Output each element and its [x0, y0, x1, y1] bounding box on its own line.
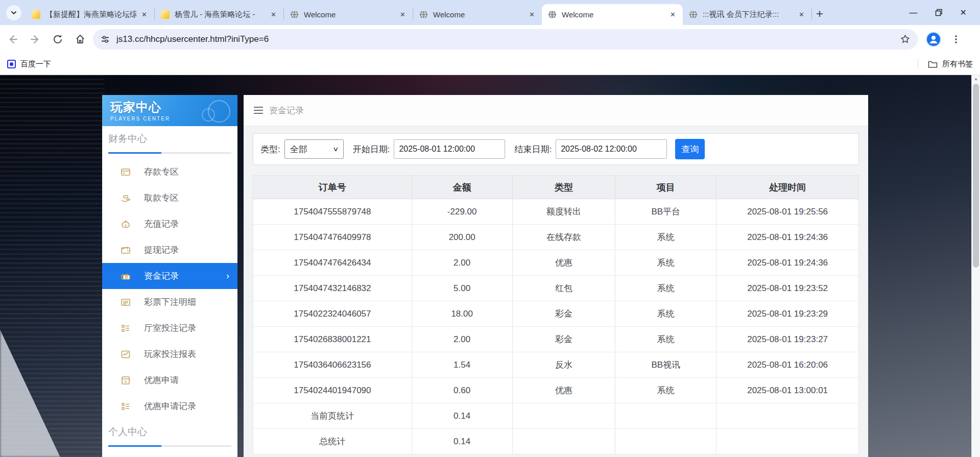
- page-scrollbar[interactable]: ▲: [971, 75, 980, 457]
- minimize-button[interactable]: —: [910, 8, 918, 17]
- sidebar-title: 玩家中心: [110, 99, 237, 115]
- all-bookmarks-button[interactable]: 所有书签: [918, 59, 973, 69]
- table-cell: [512, 429, 615, 454]
- table-cell: 1754026838001221: [253, 327, 412, 352]
- tab-close-button[interactable]: ✕: [398, 10, 408, 19]
- table-cell: 2025-08-01 19:24:36: [716, 225, 859, 250]
- table-cell: 系统: [615, 276, 716, 301]
- table-cell: 1.54: [412, 352, 512, 378]
- tab-title: Welcome: [562, 10, 665, 19]
- globe-icon: [689, 10, 698, 19]
- sidebar-item-优惠申请[interactable]: ¥优惠申请: [102, 367, 237, 393]
- url-bar[interactable]: js13.cc/hhcp/usercenter.html?iniType=6: [93, 29, 918, 50]
- panel-body: 类型: 全部 ∨ 开始日期: 结束日期: 查询 订单号金额类型项目处理时间175…: [244, 126, 868, 454]
- table-cell: 彩金: [512, 301, 615, 327]
- sidebar-item-玩家投注报表[interactable]: 玩家投注报表: [102, 341, 237, 367]
- maximize-button[interactable]: [935, 9, 943, 16]
- sidebar-item-list: 存款专区取款专区¥充值记录提现记录资金记录›彩票下注明细厅室投注记录玩家投注报表…: [102, 154, 237, 419]
- main-panel: 资金记录 类型: 全部 ∨ 开始日期: 结束日期: 查询 订单号金额类型项目处理…: [244, 95, 868, 457]
- table-cell: 200.00: [412, 225, 512, 250]
- bookmark-star-icon[interactable]: [900, 34, 911, 44]
- forward-icon[interactable]: [30, 34, 41, 45]
- sidebar-item-彩票下注明细[interactable]: 彩票下注明细: [102, 289, 237, 315]
- reload-icon[interactable]: [52, 34, 63, 45]
- tab-close-button[interactable]: ✕: [527, 10, 537, 19]
- table-cell: 1754047432146832: [253, 276, 412, 301]
- table-cell: 0.60: [412, 378, 512, 403]
- home-icon[interactable]: [75, 34, 86, 45]
- page-title: 资金记录: [269, 105, 304, 116]
- bookmark-baidu[interactable]: 百度一下: [7, 59, 51, 69]
- table-cell: 2.00: [412, 327, 512, 352]
- menu-dots-icon[interactable]: [951, 35, 961, 44]
- baidu-icon: [7, 60, 16, 68]
- start-date-input[interactable]: [394, 139, 505, 159]
- new-tab-button[interactable]: +: [816, 8, 823, 20]
- table-cell: 系统: [615, 225, 716, 250]
- tab-close-button[interactable]: ✕: [668, 10, 678, 19]
- window-controls: — ✕: [910, 0, 980, 25]
- end-date-input[interactable]: [556, 139, 667, 159]
- sidebar-item-厅室投注记录[interactable]: 厅室投注记录: [102, 315, 237, 341]
- sidebar-item-label: 存款专区: [144, 166, 179, 178]
- scrollbar-thumb[interactable]: [973, 84, 979, 268]
- page-icon: [32, 10, 40, 19]
- browser-tab[interactable]: 杨雪儿 - 海燕策略论坛 -✕: [155, 4, 283, 25]
- column-header: 项目: [615, 176, 716, 199]
- sidebar-item-提现记录[interactable]: 提现记录: [102, 237, 237, 263]
- coupon-icon: ¥: [121, 375, 131, 386]
- browser-tab[interactable]: Welcome✕: [413, 4, 542, 25]
- tab-close-button[interactable]: ✕: [269, 10, 278, 19]
- table-cell: 2025-08-01 19:23:52: [716, 276, 859, 301]
- sidebar-item-优惠申请记录[interactable]: 优惠申请记录: [102, 393, 237, 419]
- player-center-sidebar: 玩家中心 PLAYERS CENTER 财务中心存款专区取款专区¥充值记录提现记…: [102, 95, 237, 457]
- site-info-icon[interactable]: [100, 34, 110, 44]
- table-cell: 2025-08-01 19:23:29: [716, 301, 859, 327]
- scroll-up-arrow[interactable]: ▲: [972, 77, 980, 81]
- sidebar-item-资金记录[interactable]: 资金记录›: [102, 263, 237, 289]
- sidebar-item-取款专区[interactable]: 取款专区: [102, 185, 237, 211]
- browser-tab[interactable]: Welcome✕: [284, 4, 413, 25]
- table-cell: 1754022324046057: [253, 301, 412, 327]
- table-cell: 2.00: [412, 250, 512, 276]
- tab-close-button[interactable]: ✕: [797, 10, 806, 19]
- browser-tab[interactable]: 【新提醒】海燕策略论坛综✕: [26, 4, 154, 25]
- filter-bar: 类型: 全部 ∨ 开始日期: 结束日期: 查询: [253, 133, 859, 165]
- table-cell: 系统: [615, 250, 716, 276]
- column-header: 订单号: [253, 176, 412, 199]
- table-row: 17540268380012212.00彩金系统2025-08-01 19:23…: [253, 327, 859, 352]
- tab-close-button[interactable]: ✕: [139, 10, 149, 19]
- tab-search-button[interactable]: [6, 5, 21, 20]
- back-icon[interactable]: [7, 34, 18, 45]
- svg-text:¥: ¥: [125, 223, 127, 227]
- type-select[interactable]: 全部 ∨: [284, 139, 344, 159]
- svg-text:¥: ¥: [124, 379, 127, 383]
- sidebar-item-label: 彩票下注明细: [144, 296, 196, 308]
- table-cell: 1754024401947090: [253, 378, 412, 403]
- search-button[interactable]: 查询: [675, 139, 705, 159]
- sidebar-item-存款专区[interactable]: 存款专区: [102, 159, 237, 185]
- table-cell: 1754047555879748: [253, 199, 412, 225]
- type-select-value: 全部: [290, 143, 307, 155]
- sidebar-item-充值记录[interactable]: ¥充值记录: [102, 211, 237, 237]
- all-bookmarks-label: 所有书签: [942, 59, 973, 69]
- sidebar-header: 玩家中心 PLAYERS CENTER: [102, 95, 237, 126]
- table-cell: 1754036406623156: [253, 352, 412, 378]
- table-cell: 18.00: [412, 301, 512, 327]
- browser-tab-active[interactable]: Welcome✕: [542, 4, 683, 25]
- table-cell: BB平台: [615, 199, 716, 225]
- banknote-icon: [121, 271, 131, 281]
- close-button[interactable]: ✕: [960, 8, 967, 17]
- deposit-card-icon: [121, 167, 131, 177]
- list-icon: [121, 401, 131, 412]
- folder-icon: [928, 60, 938, 68]
- table-cell: 当前页统计: [253, 403, 412, 429]
- table-cell: 2025-08-01 13:00:01: [716, 378, 859, 403]
- browser-tab[interactable]: :::视讯 会员下注纪录:::✕: [683, 4, 811, 25]
- table-cell: 2025-08-01 16:20:06: [716, 352, 859, 378]
- tab-strip: 【新提醒】海燕策略论坛综✕杨雪儿 - 海燕策略论坛 -✕Welcome✕Welc…: [0, 0, 980, 25]
- sidebar-item-label: 优惠申请: [144, 374, 179, 386]
- table-cell: 0.14: [412, 429, 512, 454]
- profile-avatar[interactable]: [926, 32, 941, 47]
- table-cell: 总统计: [253, 429, 412, 454]
